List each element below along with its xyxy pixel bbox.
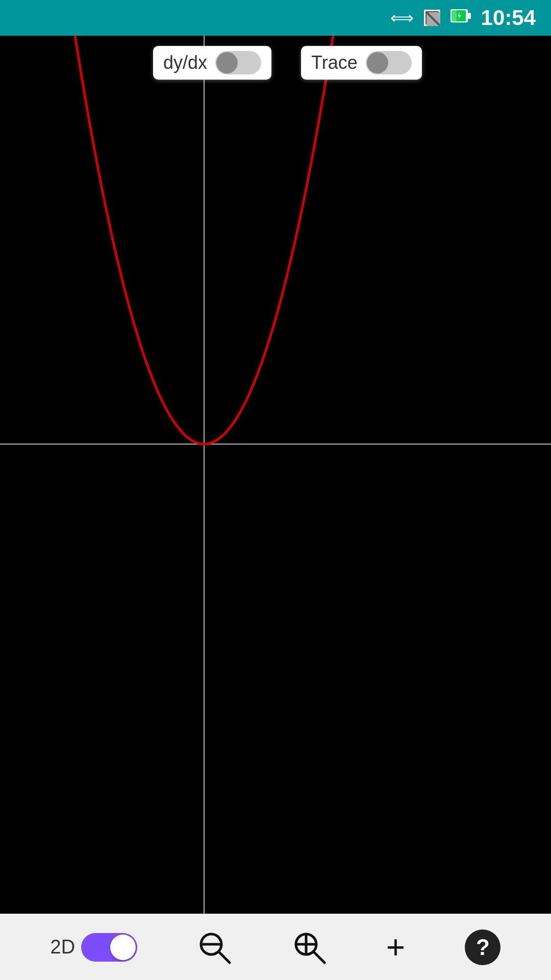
mode-label: 2D [51,936,76,958]
zoom-in-tool[interactable] [292,930,327,965]
signal-icon: ⟺ [390,8,414,28]
mode-tool: 2D [51,933,138,962]
graph-area: dy/dx Trace [0,36,551,944]
svg-line-16 [313,951,324,963]
svg-rect-5 [468,13,471,19]
mode-toggle-knob [110,935,136,960]
add-tool[interactable]: + [386,928,405,966]
zoom-out-icon [197,930,232,965]
dydx-toggle-container: dy/dx [153,46,271,80]
trace-toggle[interactable] [366,51,412,75]
bottom-bar: 2D + ? [0,914,551,980]
trace-label: Trace [311,52,358,74]
trace-toggle-knob [367,52,388,74]
svg-rect-7 [0,36,551,944]
status-bar: ⟺ 10:54 [0,0,551,36]
svg-line-12 [218,951,230,963]
zoom-out-tool[interactable] [197,930,232,965]
help-icon: ? [465,929,500,965]
dydx-toggle[interactable] [215,51,261,75]
battery-icon [450,7,471,29]
help-tool[interactable]: ? [465,929,500,965]
add-icon: + [386,928,405,966]
blocked-icon [424,10,440,26]
svg-rect-4 [452,10,457,21]
time-display: 10:54 [481,6,536,30]
zoom-in-icon [292,930,327,965]
trace-toggle-container: Trace [301,46,422,80]
graph-svg [0,36,551,944]
mode-toggle[interactable] [81,933,137,962]
dydx-toggle-knob [216,52,238,74]
dydx-label: dy/dx [163,52,207,74]
